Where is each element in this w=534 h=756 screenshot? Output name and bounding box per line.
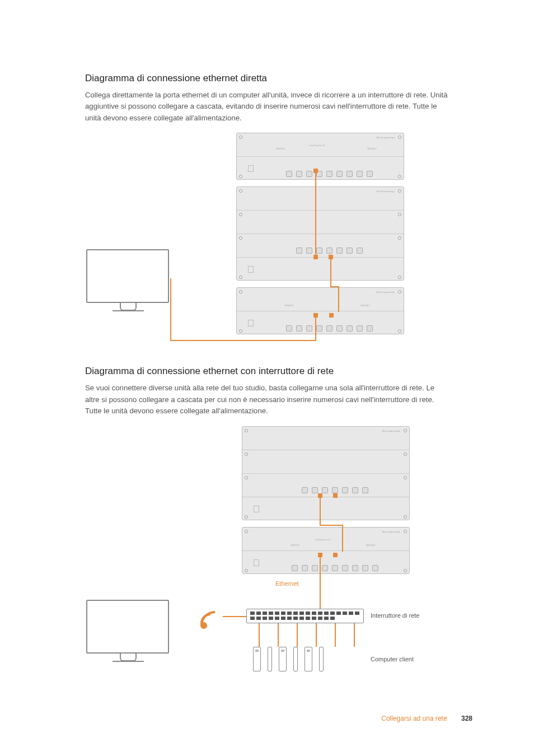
- ports-row: [267, 325, 391, 332]
- ethernet-cable: [259, 623, 260, 647]
- brand-label: Blackmagicdesign: [377, 136, 395, 139]
- brand-label: Blackmagicdesign: [382, 430, 400, 432]
- brand-label: Blackmagicdesign: [382, 530, 400, 533]
- client-tower-icon: [279, 647, 287, 671]
- ethernet-plug-icon: [329, 255, 333, 259]
- ethernet-cable: [315, 318, 316, 340]
- ethernet-cable: [335, 623, 336, 647]
- device-label: SmartScope Duo 4K: [310, 144, 325, 147]
- ethernet-plug-icon: [333, 493, 338, 498]
- ethernet-cable: [342, 525, 343, 552]
- ports-row: [267, 171, 391, 177]
- ports-row: [267, 248, 391, 254]
- body-direct: Collega direttamente la porta ethernet d…: [85, 90, 450, 124]
- ethernet-plug-icon: [313, 255, 318, 259]
- client-tower-icon: [253, 647, 261, 671]
- page-footer: Collegarsi ad una rete 328: [381, 715, 472, 722]
- port-label: MONITOR 2: [367, 148, 377, 150]
- ethernet-cable: [297, 623, 298, 647]
- brand-label: Blackmagicdesign: [377, 291, 395, 293]
- port-label: MONITOR 1: [276, 148, 285, 150]
- ports-row: [273, 487, 397, 493]
- ethernet-plug-icon: [329, 313, 334, 318]
- computer-monitor-icon: [86, 249, 170, 311]
- rack-unit-2: Blackmagicdesign: [236, 186, 404, 281]
- footer-chapter: Collegarsi ad una rete: [381, 715, 447, 722]
- computer-monitor-icon: [86, 600, 170, 662]
- ethernet-label: Ethernet: [275, 580, 299, 587]
- footer-page: 328: [461, 715, 472, 722]
- client-tower-icon: [305, 647, 312, 671]
- port-label: MONITOR 2: [360, 305, 370, 307]
- ethernet-cable: [315, 173, 316, 257]
- client-tower-icon: [293, 647, 298, 671]
- ethernet-cable: [316, 623, 317, 647]
- ethernet-cable: [338, 286, 339, 312]
- heading-switch: Diagramma di connessione ethernet con in…: [85, 366, 450, 377]
- diagram-direct-ethernet: Blackmagicdesign MONITOR 1 SmartScope Du…: [85, 133, 450, 346]
- body-switch: Se vuoi connettere diverse unità alla re…: [85, 382, 450, 417]
- port-label: MONITOR 1: [291, 544, 300, 547]
- client-label: Computer client: [371, 656, 414, 662]
- wifi-icon: [197, 610, 224, 642]
- rack-unit-bottom: Blackmagicdesign MONITOR 1 MONITOR 2 Sma…: [242, 527, 410, 574]
- ethernet-plug-icon: [333, 553, 338, 557]
- ethernet-cable: [330, 259, 331, 286]
- client-tower-icon: [319, 647, 324, 671]
- ethernet-plug-icon: [313, 313, 318, 318]
- port-label: MONITOR 1: [285, 305, 294, 307]
- port-label: MONITOR 2: [366, 544, 376, 547]
- switch-label: Interruttore di rete: [371, 612, 419, 619]
- rack-unit-3: Blackmagicdesign MONITOR 1 MONITOR 2: [236, 287, 404, 334]
- ethernet-cable: [320, 498, 321, 526]
- ports-row: [273, 565, 397, 571]
- ethernet-cable: [320, 557, 321, 609]
- ethernet-plug-icon: [318, 493, 322, 498]
- device-label: SmartScope Duo 4K: [315, 539, 330, 541]
- ethernet-cable: [320, 525, 342, 526]
- ethernet-cable: [223, 616, 246, 617]
- heading-direct: Diagramma di connessione ethernet dirett…: [85, 73, 450, 84]
- ethernet-cable: [170, 278, 171, 340]
- section-switch-ethernet: Diagramma di connessione ethernet con in…: [85, 366, 450, 689]
- brand-label: Blackmagicdesign: [377, 190, 395, 193]
- ethernet-cable: [278, 623, 279, 647]
- section-direct-ethernet: Diagramma di connessione ethernet dirett…: [85, 73, 450, 346]
- network-switch-icon: [246, 609, 364, 623]
- ethernet-cable: [354, 623, 355, 647]
- ethernet-plug-icon: [313, 169, 318, 173]
- svg-point-0: [202, 623, 206, 628]
- diagram-switch-ethernet: Blackmagicdesign Blackmagicdesign MONITO…: [85, 426, 450, 689]
- ethernet-cable: [170, 340, 316, 341]
- ethernet-cable: [330, 286, 338, 287]
- rack-unit-1: Blackmagicdesign MONITOR 1 SmartScope Du…: [236, 133, 404, 180]
- client-computers: [253, 647, 324, 671]
- ethernet-plug-icon: [318, 553, 322, 557]
- rack-unit-top: Blackmagicdesign: [242, 426, 410, 520]
- client-tower-icon: [268, 647, 272, 671]
